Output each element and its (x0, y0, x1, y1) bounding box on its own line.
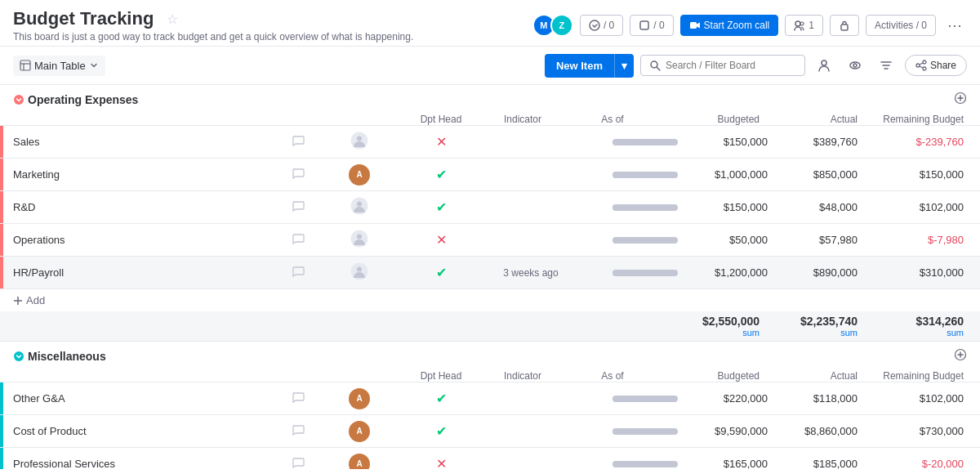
row-remaining-marketing: $150,000 (874, 168, 980, 181)
members-icon (794, 20, 805, 31)
row-indicator-marketing: ✔ (400, 167, 482, 182)
counter-icon-1 (589, 20, 600, 31)
svg-point-3 (795, 21, 800, 26)
row-dpthead-othergna: A (318, 388, 400, 409)
group-name-operating: Operating Expenses (28, 93, 138, 106)
table-row: Marketing A ✔ $1,000,000 $850,000 $150,0… (0, 159, 980, 191)
row-actual-othergna: $118,000 (776, 392, 874, 405)
group-header-operating[interactable]: Operating Expenses (0, 85, 980, 114)
new-item-button[interactable]: New Item ▾ (545, 54, 634, 78)
col-actual-header-misc: Actual (776, 370, 874, 382)
zoom-call-button[interactable]: Start Zoom call (680, 15, 779, 36)
search-input[interactable] (666, 60, 796, 71)
more-options-btn[interactable]: ⋯ (942, 13, 967, 38)
col-actual-header: Actual (776, 114, 874, 125)
row-budgeted-marketing (580, 168, 694, 181)
row-name-operations: Operations (3, 227, 278, 253)
page-description: This board is just a good way to track b… (13, 31, 532, 42)
row-comment-othergna[interactable] (278, 391, 318, 406)
row-dpthead-marketing: A (318, 164, 400, 186)
row-remaining-othergna: $102,000 (874, 392, 980, 405)
row-comment-marketing[interactable] (278, 167, 318, 182)
group-operating-expenses: Operating Expenses Dpt Head Indicator As… (0, 85, 980, 342)
svg-point-19 (923, 67, 926, 70)
row-comment-hrpayroll[interactable] (278, 265, 318, 280)
lock-btn[interactable] (830, 15, 859, 36)
col-asof-header: As of (564, 114, 662, 125)
group-name-misc: Miscellaneous (28, 350, 106, 363)
counter-1-value: / 0 (604, 20, 614, 31)
row-actual-operations: $57,980 (776, 234, 874, 246)
col-dpthead-header: Dpt Head (400, 114, 482, 125)
filter-icon (880, 59, 893, 72)
row-budgeted-val-sales: $150,000 (694, 136, 776, 148)
members-btn[interactable]: 1 (785, 15, 823, 36)
row-remaining-hrpayroll: $310,000 (874, 266, 980, 279)
row-comment-rd[interactable] (278, 199, 318, 215)
row-comment-operations[interactable] (278, 232, 318, 248)
group-add-icon-operating[interactable] (954, 92, 967, 107)
chevron-down-icon (89, 60, 99, 70)
table-row: Sales ✕ $150,000 $389,760 $-239,760 (0, 126, 980, 159)
share-button[interactable]: Share (905, 55, 967, 76)
row-name-sales: Sales (3, 129, 278, 154)
members-count: 1 (808, 20, 814, 31)
zoom-btn-label: Start Zoom call (704, 20, 770, 31)
row-name-profservices: Professional Services (3, 451, 278, 469)
row-remaining-profservices: $-20,000 (874, 458, 980, 469)
activities-btn[interactable]: Activities / 0 (866, 15, 936, 36)
filter-btn[interactable] (874, 53, 898, 78)
page-title: Budget Tracking (13, 8, 154, 29)
svg-point-11 (822, 60, 826, 65)
group-add-icon-misc[interactable] (954, 348, 967, 364)
counter-btn-1[interactable]: / 0 (580, 15, 623, 36)
table-row: Cost of Product A ✔ $9,590,000 $8,860,00… (0, 415, 980, 448)
col-name-header (0, 114, 359, 124)
add-row-label: Add (26, 294, 45, 306)
row-comment-costofproduct[interactable] (278, 423, 318, 439)
row-name-costofproduct: Cost of Product (3, 418, 278, 444)
row-remaining-sales: $-239,760 (874, 136, 980, 148)
toolbar-left: Main Table (13, 56, 105, 76)
svg-point-18 (916, 64, 920, 67)
row-actual-marketing: $850,000 (776, 168, 874, 181)
person-filter-btn[interactable] (812, 53, 836, 78)
sum-remaining-operating: $314,260 sum (874, 315, 980, 338)
sum-budgeted-operating: $2,550,000 sum (662, 315, 776, 338)
row-indicator-hrpayroll: ✔ (400, 265, 482, 280)
table-selector[interactable]: Main Table (13, 56, 105, 76)
row-budgeted-val-rd: $150,000 (694, 201, 776, 213)
col-budgeted-header: Budgeted (662, 114, 776, 125)
svg-point-33 (357, 267, 362, 272)
row-name-marketing: Marketing (3, 162, 278, 187)
row-comment-profservices[interactable] (278, 456, 318, 469)
row-budgeted-sales (580, 136, 694, 148)
row-budgeted-val-operations: $50,000 (694, 234, 776, 246)
row-budgeted-val-costofproduct: $9,590,000 (694, 425, 776, 437)
row-budgeted-val-marketing: $1,000,000 (694, 168, 776, 181)
svg-point-12 (850, 62, 860, 69)
svg-point-0 (590, 20, 599, 30)
add-row-operating[interactable]: Add (0, 289, 980, 311)
svg-point-36 (14, 351, 24, 361)
lock-icon (839, 20, 850, 31)
share-icon (915, 60, 927, 71)
row-name-rd: R&D (3, 195, 278, 220)
row-budgeted-operations (580, 234, 694, 246)
counter-btn-2[interactable]: / 0 (630, 15, 673, 36)
row-actual-sales: $389,760 (776, 136, 874, 148)
row-comment-sales[interactable] (278, 134, 318, 150)
table-row: Operations ✕ $50,000 $57,980 $-7,980 (0, 224, 980, 257)
search-box[interactable] (640, 55, 805, 76)
view-options-btn[interactable] (843, 53, 867, 78)
svg-point-13 (853, 64, 857, 67)
favorite-icon[interactable]: ☆ (167, 11, 178, 27)
group-header-misc[interactable]: Miscellaneous (0, 342, 980, 370)
svg-rect-2 (690, 22, 697, 29)
counter-2-value: / 0 (653, 20, 664, 31)
row-actual-rd: $48,000 (776, 201, 874, 213)
app-header: Budget Tracking ☆ This board is just a g… (0, 0, 980, 47)
row-budgeted-profservices (580, 458, 694, 469)
new-item-dropdown-arrow[interactable]: ▾ (614, 54, 634, 78)
toolbar: Main Table New Item ▾ Share (0, 47, 980, 85)
